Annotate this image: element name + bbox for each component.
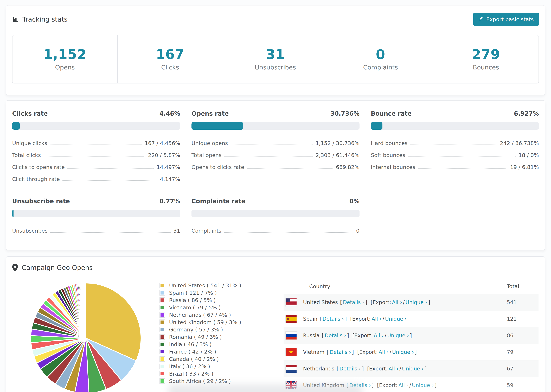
export-all-link[interactable]: All ›	[374, 332, 384, 338]
dotted-leader	[247, 168, 333, 169]
pie-legend: United States ( 541 / 31% )Spain ( 121 /…	[160, 282, 241, 385]
flag-netherlands-icon	[286, 365, 297, 373]
complaints-rate-value: 0%	[349, 198, 360, 204]
country-name: United States	[303, 299, 338, 305]
legend-label: Germany ( 55 / 3% )	[169, 327, 223, 333]
legend-swatch	[160, 312, 165, 318]
export-all-link[interactable]: All ›	[379, 349, 389, 355]
legend-label: Brazil ( 33 / 2% )	[169, 371, 213, 377]
clicks-count: 167	[119, 47, 221, 62]
stat-row: Hard bounces242 / 86.738%	[371, 137, 539, 149]
flag-united-states-icon	[286, 298, 297, 306]
bounces-count: 279	[435, 47, 537, 62]
stat-row: Internal bounces19 / 6.81%	[371, 161, 539, 173]
details-link[interactable]: Details ›	[330, 349, 351, 355]
bounces-label: Bounces	[435, 64, 537, 71]
campaign-geo-opens-card: Campaign Geo Opens United States ( 541 /…	[6, 256, 545, 392]
legend-item[interactable]: Canada ( 40 / 2% )	[160, 355, 241, 363]
bounce-rate-value: 6.927%	[514, 110, 539, 117]
stat-row: Soft bounces18 / 0%	[371, 149, 539, 161]
export-all-link[interactable]: All ›	[392, 299, 402, 305]
tracking-stats-card: Tracking stats Export basic stats 1,152 …	[6, 5, 545, 95]
stat-row: Opens to clicks rate689.82%	[191, 161, 360, 173]
legend-item[interactable]: France ( 42 / 2% )	[160, 348, 241, 355]
country-total: 86	[507, 332, 513, 338]
rates-card: Clicks rate 4.46% Unique clicks167 / 4.4…	[6, 100, 545, 250]
legend-swatch	[160, 297, 165, 303]
map-pin-icon	[12, 264, 18, 271]
legend-label: Spain ( 121 / 7% )	[169, 290, 217, 296]
clicks-rate-bar	[12, 122, 180, 130]
table-row-netherlands: Netherlands[Details ›] [Export:All ›/Uni…	[283, 360, 538, 377]
legend-item[interactable]: Netherlands ( 67 / 4% )	[160, 311, 241, 318]
details-link[interactable]: Details ›	[325, 332, 346, 338]
bottom-blur-overlay	[169, 385, 362, 392]
opens-rate-bar	[191, 122, 360, 130]
legend-item[interactable]: United Kingdom ( 59 / 3% )	[160, 318, 241, 326]
clicks-rate-section: Clicks rate 4.46% Unique clicks167 / 4.4…	[12, 110, 180, 185]
legend-label: France ( 42 / 2% )	[169, 349, 216, 355]
dotted-leader	[231, 145, 313, 145]
summary-boxes: 1,152 Opens 167 Clicks 31 Unsubscribes 0…	[12, 35, 539, 84]
geo-country-table: Country Total United States[Details ›] […	[283, 279, 538, 392]
legend-item[interactable]: Vietnam ( 79 / 5% )	[160, 304, 241, 311]
opens-rate-value: 30.736%	[330, 110, 360, 117]
summary-box-clicks: 167 Clicks	[118, 35, 223, 83]
dashboard-page: Tracking stats Export basic stats 1,152 …	[0, 0, 551, 392]
bounce-rate-bar	[371, 122, 539, 130]
table-row-vietnam: Vietnam[Details ›] [Export:All ›/Unique …	[283, 344, 538, 360]
opens-rate-title: Opens rate	[191, 110, 229, 117]
legend-item[interactable]: India ( 46 / 3% )	[160, 341, 241, 348]
legend-item[interactable]: Germany ( 55 / 3% )	[160, 326, 241, 333]
dotted-leader	[50, 145, 142, 145]
legend-item[interactable]: United States ( 541 / 31% )	[160, 282, 241, 289]
tracking-stats-header: Tracking stats Export basic stats	[6, 6, 545, 33]
stat-row: Clicks to opens rate14.497%	[12, 161, 180, 173]
complaints-rate-section: Complaints rate 0% Complaints0	[191, 198, 360, 237]
export-unique-link[interactable]: Unique ›	[406, 299, 427, 305]
complaints-count: 0	[329, 47, 431, 62]
country-total: 121	[507, 316, 517, 322]
unsubscribe-rate-bar	[12, 210, 180, 217]
export-unique-link[interactable]: Unique ›	[387, 332, 409, 338]
legend-item[interactable]: Romania ( 49 / 3% )	[160, 333, 241, 341]
export-unique-link[interactable]: Unique ›	[392, 349, 414, 355]
summary-box-bounces: 279 Bounces	[433, 35, 538, 83]
tracking-stats-title-text: Tracking stats	[22, 15, 67, 23]
legend-item[interactable]: Spain ( 121 / 7% )	[160, 289, 241, 296]
dotted-leader	[44, 156, 145, 157]
opens-count: 1,152	[14, 47, 116, 62]
legend-swatch	[160, 349, 165, 354]
geo-header: Campaign Geo Opens	[6, 257, 545, 279]
export-all-link[interactable]: All ›	[389, 366, 399, 372]
legend-swatch	[160, 371, 165, 377]
stat-row: Complaints0	[191, 225, 360, 237]
export-unique-link[interactable]: Unique ›	[412, 382, 434, 388]
unsubscribes-label: Unsubscribes	[224, 64, 326, 71]
legend-item[interactable]: Russia ( 86 / 5% )	[160, 296, 241, 304]
export-all-link[interactable]: All ›	[398, 382, 409, 388]
complaints-label: Complaints	[329, 64, 431, 71]
country-total: 79	[507, 349, 513, 355]
pie-slice[interactable]	[86, 283, 86, 338]
legend-item[interactable]: Brazil ( 33 / 2% )	[160, 370, 241, 377]
table-header-row: Country Total	[283, 279, 538, 294]
details-link[interactable]: Details ›	[323, 316, 344, 322]
legend-label: Vietnam ( 79 / 5% )	[169, 304, 221, 311]
stat-row: Unique opens1,152 / 30.736%	[191, 137, 360, 149]
legend-item[interactable]: Italy ( 36 / 2% )	[160, 363, 241, 370]
legend-item[interactable]: South Africa ( 29 / 2% )	[160, 377, 241, 385]
legend-swatch	[160, 283, 165, 288]
bar-chart-icon	[12, 16, 19, 23]
geo-opens-pie-chart[interactable]	[29, 282, 142, 392]
details-link[interactable]: Details ›	[343, 299, 365, 305]
export-all-link[interactable]: All ›	[372, 316, 381, 322]
clicks-rate-title: Clicks rate	[12, 110, 48, 117]
details-link[interactable]: Details ›	[339, 366, 361, 372]
export-unique-link[interactable]: Unique ›	[385, 316, 407, 322]
export-basic-stats-button[interactable]: Export basic stats	[473, 13, 539, 26]
legend-swatch	[160, 305, 165, 310]
complaints-rate-bar	[191, 210, 360, 217]
table-row-spain: Spain[Details ›] [Export:All ›/Unique ›]…	[283, 311, 538, 327]
export-unique-link[interactable]: Unique ›	[402, 366, 424, 372]
